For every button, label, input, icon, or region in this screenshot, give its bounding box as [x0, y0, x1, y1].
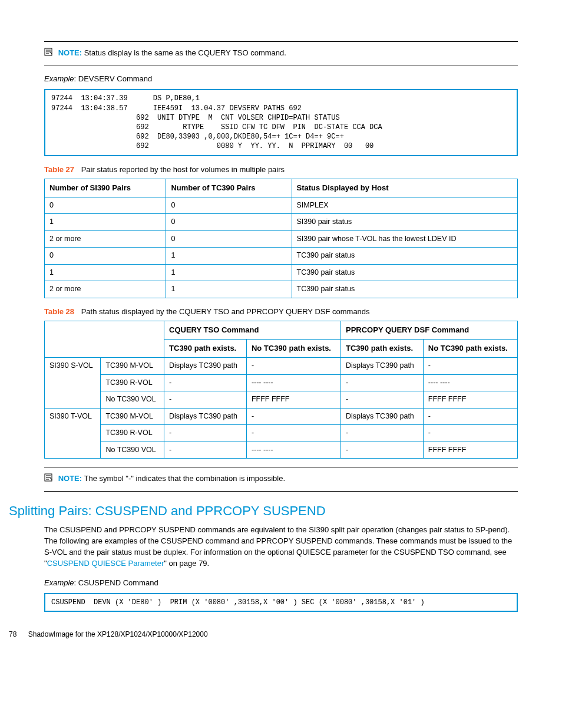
table-row: 10SI390 pair status — [45, 214, 518, 231]
note-block: NOTE: The symbol "-" indicates that the … — [44, 473, 518, 485]
table-row: SI390 S-VOL TC390 M-VOLDisplays TC390 pa… — [45, 358, 518, 375]
table-row: TC390 R-VOL----- --------- ---- — [45, 374, 518, 391]
table-row: SI390 T-VOL TC390 M-VOLDisplays TC390 pa… — [45, 408, 518, 425]
col-header: No TC390 path exists. — [423, 340, 517, 358]
col-header: TC390 path exists. — [341, 340, 424, 358]
note-icon — [44, 473, 54, 485]
rule — [44, 467, 518, 467]
col-header: TC390 path exists. — [164, 340, 247, 358]
note-text: The symbol "-" indicates that the combin… — [84, 474, 285, 483]
rule — [44, 41, 518, 42]
col-header: No TC390 path exists. — [246, 340, 340, 358]
note-icon — [44, 48, 54, 59]
table-row: 00SIMPLEX — [45, 197, 518, 214]
col-header: Number of TC390 Pairs — [166, 179, 292, 197]
footer-title: ShadowImage for the XP128/XP1024/XP10000… — [28, 630, 208, 638]
col-header: PPRCOPY QUERY DSF Command — [341, 321, 518, 340]
table27: Number of SI390 Pairs Number of TC390 Pa… — [44, 179, 518, 298]
code-example-devserv: 97244 13:04:37.39 DS P,DE80,1 97244 13:0… — [44, 89, 518, 156]
note-text: Status display is the same as the CQUERY… — [84, 48, 286, 57]
table27-caption: Table 27 Pair status reported by the hos… — [44, 164, 518, 175]
note-label: NOTE: — [58, 474, 82, 483]
table28-caption: Table 28 Path status displayed by the CQ… — [44, 307, 518, 317]
example-label: Example: CSUSPEND Command — [44, 578, 518, 588]
col-header: CQUERY TSO Command — [164, 321, 341, 340]
table-row: 01TC390 pair status — [45, 248, 518, 265]
col-header: Status Displayed by Host — [292, 179, 518, 197]
table-row: 11TC390 pair status — [45, 264, 518, 281]
page-footer: 78 ShadowImage for the XP128/XP1024/XP10… — [9, 630, 518, 640]
note-label: NOTE: — [58, 48, 82, 57]
table-row: 2 or more0SI390 pair whose T-VOL has the… — [45, 230, 518, 248]
table-row: 2 or more1TC390 pair status — [45, 281, 518, 298]
body-paragraph: The CSUSPEND and PPRCOPY SUSPEND command… — [44, 525, 518, 569]
code-example-csuspend: CSUSPEND DEVN (X 'DE80' ) PRIM (X '0080'… — [44, 593, 518, 612]
col-header: Number of SI390 Pairs — [45, 179, 166, 197]
table-row: No TC390 VOL-FFFF FFFF-FFFF FFFF — [45, 391, 518, 409]
col-header-empty — [45, 321, 164, 358]
table-row: No TC390 VOL----- -----FFFF FFFF — [45, 442, 518, 459]
section-heading: Splitting Pairs: CSUSPEND and PPRCOPY SU… — [9, 502, 518, 521]
table-row: TC390 R-VOL---- — [45, 425, 518, 442]
table28: CQUERY TSO Command PPRCOPY QUERY DSF Com… — [44, 321, 518, 459]
rule — [44, 65, 518, 65]
rule — [44, 491, 518, 492]
note-block: NOTE: Status display is the same as the … — [44, 48, 518, 59]
example-label: Example: DEVSERV Command — [44, 74, 518, 84]
page-number: 78 — [9, 630, 16, 638]
link-csuspend-quiesce[interactable]: CSUSPEND QUIESCE Parameter — [47, 559, 164, 568]
